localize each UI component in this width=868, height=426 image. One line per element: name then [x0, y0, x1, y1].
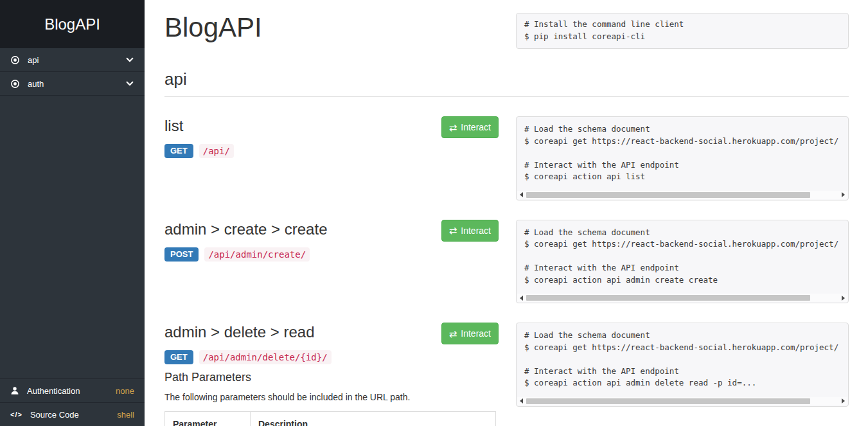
- endpoint-title: admin > create > create: [164, 220, 327, 239]
- endpoint-title: admin > delete > read: [164, 323, 315, 342]
- endpoint-code-block: # Load the schema document $ coreapi get…: [516, 323, 849, 407]
- install-code-block: # Install the command line client $ pip …: [516, 13, 849, 49]
- path-params-heading: Path Parameters: [164, 371, 499, 384]
- section-title: api: [164, 70, 849, 88]
- code-icon: </>: [10, 411, 22, 418]
- endpoint-section-list: list ⇄ Interact GET /api/ # Load the sch…: [164, 116, 849, 200]
- sidebar-item-api[interactable]: api: [0, 48, 145, 72]
- sidebar-spacer: [0, 96, 145, 378]
- swap-arrows-icon: ⇄: [449, 226, 457, 235]
- code-text: # Load the schema document $ coreapi get…: [524, 330, 838, 387]
- params-table-header-row: Parameter Description: [165, 412, 496, 426]
- endpoint-section-admin-create: admin > create > create ⇄ Interact POST …: [164, 220, 849, 304]
- interact-button[interactable]: ⇄ Interact: [441, 220, 499, 242]
- scroll-right-arrow-icon[interactable]: [842, 192, 845, 197]
- method-badge: GET: [164, 144, 193, 158]
- endpoint-code-block: # Load the schema document $ coreapi get…: [516, 220, 849, 304]
- endpoint-path: /api/admin/delete/{id}/: [199, 350, 332, 364]
- authentication-value: none: [116, 386, 134, 396]
- sidebar-item-label: Authentication: [27, 386, 80, 396]
- section-divider: [164, 96, 849, 97]
- horizontal-scrollbar[interactable]: [517, 294, 847, 302]
- app-title: BlogAPI: [44, 15, 100, 33]
- horizontal-scrollbar[interactable]: [517, 397, 847, 405]
- interact-button-label: Interact: [461, 328, 491, 339]
- swap-arrows-icon: ⇄: [449, 329, 457, 339]
- main-content: BlogAPI # Install the command line clien…: [145, 0, 868, 426]
- bullseye-icon: [10, 79, 20, 89]
- sidebar-item-label: Source Code: [30, 410, 79, 420]
- sidebar-item-source-code[interactable]: </> Source Code shell: [0, 402, 145, 426]
- chevron-down-icon: [125, 79, 134, 88]
- scroll-thumb[interactable]: [526, 398, 810, 404]
- page-title: BlogAPI: [164, 13, 262, 42]
- description-col-header: Description: [251, 412, 496, 426]
- scroll-left-arrow-icon[interactable]: [520, 192, 523, 197]
- sidebar-item-auth[interactable]: auth: [0, 72, 145, 96]
- scroll-thumb[interactable]: [526, 192, 810, 198]
- interact-button-label: Interact: [461, 226, 491, 236]
- scroll-left-arrow-icon[interactable]: [520, 296, 523, 301]
- source-code-value: shell: [117, 410, 134, 420]
- endpoint-path: /api/: [199, 144, 234, 158]
- endpoint-code-block: # Load the schema document $ coreapi get…: [516, 116, 849, 200]
- params-table: Parameter Description: [164, 411, 496, 426]
- user-icon: [10, 386, 19, 395]
- bullseye-icon: [10, 55, 20, 65]
- sidebar-item-label: api: [28, 55, 125, 65]
- method-badge: POST: [164, 247, 199, 262]
- scroll-left-arrow-icon[interactable]: [520, 398, 523, 404]
- endpoint-section-admin-delete-read: admin > delete > read ⇄ Interact GET /ap…: [164, 323, 849, 426]
- interact-button-label: Interact: [461, 122, 491, 132]
- code-text: # Load the schema document $ coreapi get…: [524, 124, 838, 181]
- interact-button[interactable]: ⇄ Interact: [441, 323, 499, 344]
- swap-arrows-icon: ⇄: [449, 123, 457, 132]
- sidebar: BlogAPI api auth: [0, 0, 145, 426]
- endpoint-title: list: [164, 116, 183, 136]
- horizontal-scrollbar[interactable]: [517, 191, 847, 199]
- scroll-right-arrow-icon[interactable]: [842, 398, 845, 404]
- scroll-right-arrow-icon[interactable]: [842, 296, 845, 301]
- scroll-thumb[interactable]: [526, 295, 810, 301]
- sidebar-item-label: auth: [28, 79, 125, 89]
- interact-button[interactable]: ⇄ Interact: [441, 116, 499, 138]
- endpoint-path: /api/admin/create/: [204, 247, 310, 262]
- sidebar-header: BlogAPI: [0, 0, 145, 48]
- path-params-note: The following parameters should be inclu…: [164, 393, 499, 402]
- chevron-down-icon: [125, 55, 134, 64]
- method-badge: GET: [164, 350, 193, 364]
- sidebar-item-authentication[interactable]: Authentication none: [0, 378, 145, 402]
- code-text: # Load the schema document $ coreapi get…: [524, 227, 838, 285]
- param-col-header: Parameter: [165, 412, 251, 426]
